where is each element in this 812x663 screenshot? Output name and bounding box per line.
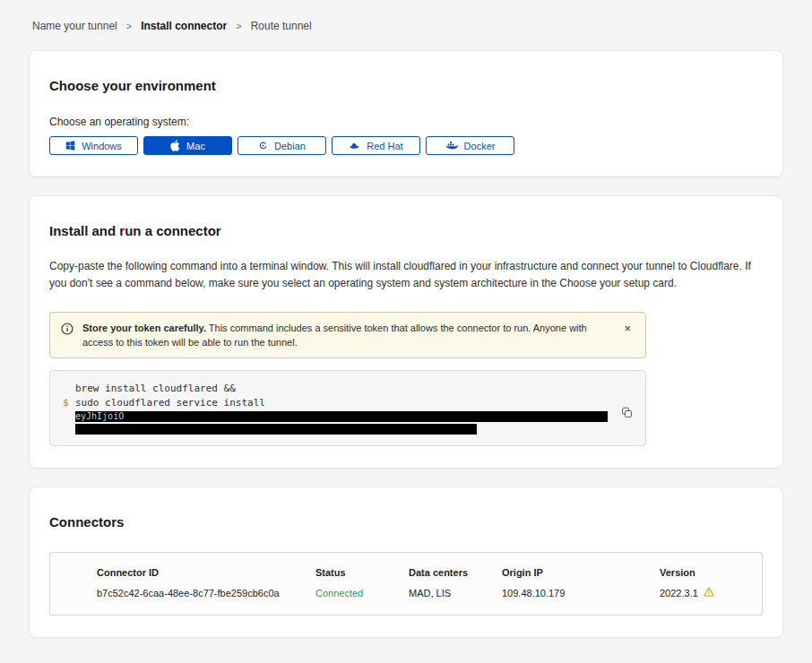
column-header-origin-ip: Origin IP [502, 567, 660, 578]
code-gutter [63, 382, 75, 396]
status-badge: Connected [315, 588, 409, 598]
connectors-card: Connectors Connector ID Status Data cent… [29, 486, 783, 638]
windows-icon [65, 141, 75, 151]
card-title: Connectors [49, 514, 763, 530]
breadcrumb-step-install-connector[interactable]: Install connector [141, 20, 227, 32]
info-icon [61, 323, 73, 339]
connectors-table: Connector ID Status Data centers Origin … [49, 552, 763, 616]
connector-row: b7c52c42-6caa-48ee-8c77-fbe259cb6c0a Con… [97, 587, 747, 598]
code-line-2: $sudo cloudflared service install [63, 396, 615, 410]
code-line-2-text: sudo cloudflared service install [75, 396, 265, 410]
column-header-version: Version [660, 567, 747, 578]
copy-icon [621, 408, 633, 421]
install-description: Copy-paste the following command into a … [49, 258, 763, 292]
install-connector-card: Install and run a connector Copy-paste t… [29, 195, 783, 469]
os-button-label: Mac [186, 141, 205, 151]
column-header-data-centers: Data centers [409, 567, 502, 578]
card-title: Install and run a connector [49, 223, 763, 238]
breadcrumb-separator: > [236, 21, 241, 31]
apple-icon [170, 140, 180, 151]
redacted-token-bar: eyJhIjoiO [75, 411, 608, 422]
code-gutter [63, 422, 75, 435]
dismiss-warning-button[interactable]: × [620, 321, 635, 336]
docker-icon [445, 141, 458, 151]
connectors-table-header: Connector ID Status Data centers Origin … [97, 567, 747, 578]
os-button-label: Windows [82, 141, 122, 151]
os-button-mac[interactable]: Mac [143, 136, 232, 155]
code-line-1: brew install cloudflared && [63, 382, 615, 396]
version-value: 2022.3.1 [660, 588, 698, 598]
breadcrumb-step-name-your-tunnel[interactable]: Name your tunnel [32, 20, 117, 32]
shell-prompt: $ [63, 396, 75, 410]
code-line-token-2 [63, 422, 615, 435]
breadcrumb: Name your tunnel > Install connector > R… [29, 20, 783, 32]
version-cell: 2022.3.1 [660, 587, 747, 598]
os-button-label: Docker [464, 141, 496, 151]
os-button-label: Red Hat [367, 141, 402, 151]
origin-ip-cell: 109.48.10.179 [502, 588, 660, 598]
choose-environment-card: Choose your environment Choose an operat… [29, 50, 783, 177]
os-select-label: Choose an operating system: [49, 116, 763, 128]
os-button-label: Debian [274, 141, 306, 151]
token-warning-lead: Store your token carefully. [82, 323, 206, 333]
token-prefix: eyJhIjoiO [75, 409, 127, 424]
os-button-debian[interactable]: Debian [238, 136, 326, 155]
redhat-icon [349, 142, 360, 151]
breadcrumb-separator: > [126, 21, 132, 31]
copy-command-button[interactable] [619, 405, 635, 423]
tunnel-setup-page: Name your tunnel > Install connector > R… [0, 0, 812, 663]
code-line-1-text: brew install cloudflared && [75, 382, 236, 396]
code-gutter [63, 410, 75, 422]
connector-id-cell: b7c52c42-6caa-48ee-8c77-fbe259cb6c0a [97, 588, 315, 598]
install-command-code-block: brew install cloudflared && $sudo cloudf… [49, 370, 646, 446]
os-button-redhat[interactable]: Red Hat [332, 136, 420, 155]
token-warning-text: Store your token carefully. This command… [82, 321, 611, 349]
column-header-connector-id: Connector ID [97, 567, 315, 578]
os-button-docker[interactable]: Docker [426, 136, 514, 155]
breadcrumb-step-route-tunnel[interactable]: Route tunnel [251, 20, 312, 32]
os-button-group: Windows Mac Debian Red Hat [49, 136, 763, 155]
version-warning-icon [704, 587, 714, 598]
redacted-token-bar [75, 424, 477, 435]
card-title: Choose your environment [49, 78, 763, 93]
os-button-windows[interactable]: Windows [49, 136, 138, 155]
column-header-status: Status [315, 567, 409, 578]
token-warning-alert: Store your token carefully. This command… [49, 312, 646, 358]
debian-icon [258, 141, 268, 151]
code-line-token: eyJhIjoiO [63, 410, 615, 422]
data-centers-cell: MAD, LIS [409, 588, 502, 598]
